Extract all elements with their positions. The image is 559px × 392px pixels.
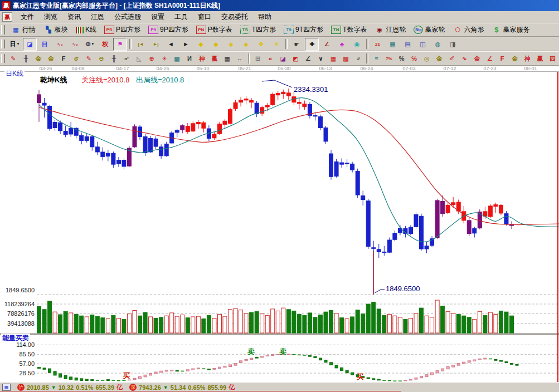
save-button[interactable]: ◫ (416, 38, 430, 51)
chart-area[interactable]: 买卖卖买 日K线 乾坤K线 关注线=2010.8 出局线=2010.8 2334… (0, 71, 559, 382)
toolbar-button-赢家轮[interactable]: Big赢家轮 (410, 24, 449, 36)
grid-123-button[interactable]: ▦ (221, 52, 233, 65)
web-export-button[interactable]: ◍ (431, 38, 445, 51)
red-grid-button[interactable]: ▦ (328, 52, 339, 65)
red-web-button[interactable]: ▩ (340, 52, 352, 65)
flag-filter-button[interactable]: ⚑ (113, 38, 127, 51)
toolbar-button-P数字表[interactable]: PNP数字表 (192, 24, 236, 36)
wave-3-button[interactable]: ∿₃ (53, 38, 67, 51)
toolbar-button-板块[interactable]: ▚板块 (40, 24, 72, 36)
gold-bars-button[interactable]: 金 (434, 52, 445, 65)
gann-target-button[interactable]: ⊕ (146, 52, 158, 65)
win-lines-button[interactable]: 赢 (209, 52, 221, 65)
seven-percent-button[interactable]: 7% (383, 52, 395, 65)
toolbar-button-P四方形[interactable]: PSP四方形 (100, 24, 144, 36)
golden-section-button[interactable]: 金 (33, 52, 45, 65)
ink-pen-button[interactable]: ✐ (446, 52, 458, 65)
menu-item-公式选股[interactable]: 公式选股 (109, 11, 146, 23)
trend-pen-button[interactable]: ✎ (83, 52, 95, 65)
last-page-button[interactable]: ►| (149, 38, 163, 51)
square-numbers-button[interactable]: n² (121, 52, 133, 65)
wave-fit-button[interactable]: ∿ (459, 52, 470, 65)
shade-box-button[interactable]: ◪ (277, 52, 289, 65)
period-daily-button[interactable]: 日▼ (8, 38, 22, 51)
calculator-button[interactable]: ▦ (386, 38, 400, 51)
first-page-button[interactable]: |◄ (134, 38, 148, 51)
gann-circle-button[interactable]: ⊖ (96, 52, 108, 65)
phi-tool-button[interactable]: Φ▼ (83, 38, 97, 51)
prev-bar-button[interactable]: ◄ (164, 38, 178, 51)
percent-line-button[interactable]: ℅ (409, 52, 420, 65)
spiral-button[interactable]: σ (70, 52, 82, 65)
menu-item-帮助[interactable]: 帮助 (253, 11, 276, 23)
next-bar-button[interactable]: ► (179, 38, 193, 51)
gold-slope-button[interactable]: 金 (509, 52, 521, 65)
horizontal-span-button[interactable]: ↔ (234, 52, 246, 65)
toolbar-button-K线[interactable]: K线 (72, 24, 100, 36)
menu-item-浏览[interactable]: 浏览 (39, 11, 62, 23)
toolbar-button-T四方形[interactable]: TST四方形 (236, 24, 280, 36)
menu-item-文件[interactable]: 文件 (16, 11, 39, 23)
pan-hand-button[interactable]: ☛ (290, 38, 304, 51)
gann-web-button[interactable]: ▩ (171, 52, 183, 65)
menu-item-工具[interactable]: 工具 (169, 11, 193, 23)
chart-canvas[interactable]: 买卖卖买 (0, 72, 559, 383)
gold-angle-button[interactable]: 金 (471, 52, 483, 65)
toolbar-grip[interactable] (1, 40, 5, 49)
golden-extend-button[interactable]: 金 (45, 52, 57, 65)
notepad-button[interactable]: ▤ (401, 38, 415, 51)
diamond-star-button[interactable]: ✳ (269, 38, 283, 51)
menu-item-设置[interactable]: 设置 (146, 11, 169, 23)
toolbar-button-六角形[interactable]: ⬡六角形 (449, 24, 488, 36)
zone-select-button[interactable]: ◪ (23, 38, 37, 51)
parallel-lines-button[interactable]: // (353, 52, 364, 65)
pen-button[interactable]: ✎ (8, 52, 20, 65)
menu-item-窗口[interactable]: 窗口 (193, 11, 216, 23)
fan-lines-button[interactable]: « (265, 52, 276, 65)
f-angle-button[interactable]: F (497, 52, 508, 65)
ladder-list-button[interactable]: ≡ (371, 52, 382, 65)
check-wave-button[interactable]: ∨ (315, 52, 327, 65)
fan-box-button[interactable]: ◩ (290, 52, 302, 65)
angle-measure-button[interactable]: ∠ (320, 38, 334, 51)
toolbar-button-行情[interactable]: ▦行情 (7, 24, 40, 36)
toolbar-grip[interactable] (1, 25, 5, 34)
quote-grid-icon[interactable]: ▦ (2, 384, 11, 391)
j-angle-button[interactable]: ∠ (484, 52, 495, 65)
toolbar-button-9T四方形[interactable]: T99T四方形 (280, 24, 327, 36)
percent-lines-button[interactable]: ╫ (108, 52, 120, 65)
toolbar-button-T数字表[interactable]: TNT数字表 (327, 24, 371, 36)
four-square-button[interactable]: 四 (547, 52, 558, 65)
menu-item-江恩[interactable]: 江恩 (86, 11, 109, 23)
zigzag-button[interactable]: И (184, 52, 196, 65)
toolbar-button-江恩轮[interactable]: ◉江恩轮 (371, 24, 410, 36)
diamond-all-button[interactable]: ❖ (254, 38, 268, 51)
menu-item-交易委托[interactable]: 交易委托 (216, 11, 253, 23)
angle-wedge-button[interactable]: ◺ (133, 52, 145, 65)
toolbar-button-赢家服务[interactable]: $赢家服务 (488, 24, 533, 36)
crosshair-button[interactable]: ✚ (305, 38, 319, 51)
gann-star-button[interactable]: ✳ (158, 52, 170, 65)
calendar-button[interactable]: 21 (371, 38, 385, 51)
toolbar-button-9P四方形[interactable]: P99P四方形 (144, 24, 192, 36)
menu-item-资讯[interactable]: 资讯 (62, 11, 86, 23)
tree-tool-button[interactable]: ♣ (335, 38, 349, 51)
diamond-left-button[interactable]: ◆ (194, 38, 208, 51)
shen-angle-button[interactable]: 神 (522, 52, 533, 65)
win-angle-button[interactable]: 赢 (534, 52, 546, 65)
gold-circle-button[interactable]: ◎ (421, 52, 432, 65)
percent-button[interactable]: % (396, 52, 407, 65)
diamond-expand-button[interactable]: ◈ (224, 38, 238, 51)
fibonacci-lines-button[interactable]: F (58, 52, 70, 65)
box-tool-button[interactable]: ⊞ (252, 52, 264, 65)
title-bar[interactable]: 赢 赢家江恩专业版[赢家内部服务平台] - [上证指数 SH1A0001-111… (0, 0, 559, 11)
toolbar-grip[interactable] (1, 54, 5, 63)
brain-123-button[interactable]: ◉ (350, 38, 364, 51)
rights-adjust-button[interactable]: 权 (98, 38, 112, 51)
trend-angle-button[interactable]: ∠ (303, 52, 314, 65)
print-button[interactable]: ◨ (446, 38, 460, 51)
diamond-right-button[interactable]: ◆ (209, 38, 223, 51)
shen-lines-button[interactable]: 神 (196, 52, 208, 65)
wave-9-button[interactable]: ∿₉ (68, 38, 82, 51)
diamond-shrink-button[interactable]: ◈ (239, 38, 253, 51)
